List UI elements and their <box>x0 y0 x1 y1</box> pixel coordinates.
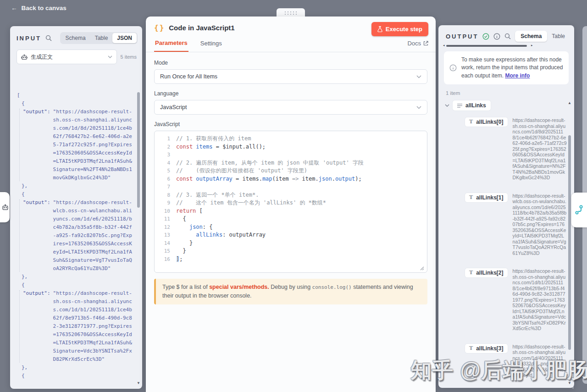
scroll-down-icon[interactable]: ▼ <box>568 381 571 385</box>
code-text: } <box>176 247 186 255</box>
code-line[interactable]: 14 } <box>155 239 427 248</box>
code-line[interactable]: 13 allLinks: outputArray <box>155 231 427 239</box>
schema-field-pill[interactable]: TallLinks[2] <box>465 268 508 277</box>
search-icon[interactable] <box>45 35 52 41</box>
docs-link[interactable]: Docs <box>407 40 428 52</box>
code-text: json: { <box>176 223 213 232</box>
code-line[interactable]: 5// (假设你的图片链接都在 'output' 字段里) <box>155 167 427 175</box>
output-tab-schema[interactable]: Schema <box>515 31 547 42</box>
input-tab-json[interactable]: JSON <box>112 33 137 43</box>
code-token: (item <box>272 176 292 182</box>
search-icon[interactable] <box>504 33 511 39</box>
code-token: // 1. 获取所有传入的 item <box>176 135 251 142</box>
input-source-select[interactable]: 生成正文 <box>17 50 117 64</box>
schema-entry-row: TallLinks[3]https://dashscope-result-sh.… <box>465 344 574 378</box>
input-source-row: 生成正文 5 items <box>10 49 142 64</box>
json-key-value[interactable]: "output":"https://dashscope-result-wlcb.… <box>23 199 134 273</box>
output-tab-table[interactable]: Table <box>547 31 570 42</box>
code-line[interactable]: 4// 2. 遍历所有 item, 从每个 item 的 json 中提取 'o… <box>155 159 427 167</box>
code-line[interactable]: 3 <box>155 151 427 159</box>
code-editor[interactable]: 1// 1. 获取所有传入的 item2const items = $input… <box>154 131 427 273</box>
mode-select[interactable]: Run Once for All Items <box>154 69 427 84</box>
code-text: const items = $input.all(); <box>176 143 266 151</box>
code-token: // 这个 item 包含一个名为 'allLinks' 的 *数组* <box>176 199 326 206</box>
code-line[interactable]: 6const outputArray = items.map(item => i… <box>155 175 427 183</box>
input-items-count: 5 items <box>121 54 137 60</box>
code-line[interactable]: 1// 1. 获取所有传入的 item <box>155 135 427 143</box>
schema-field-pill[interactable]: TallLinks[0] <box>465 117 508 127</box>
json-key: "output": <box>23 289 50 298</box>
node-parameters-body: Mode Run Once for All Items Language Jav… <box>146 52 436 304</box>
schema-root-row[interactable]: allLinks <box>445 100 574 110</box>
schema-field-pill[interactable]: TallLinks[3] <box>465 344 508 353</box>
language-select[interactable]: JavaScript <box>154 100 427 115</box>
flask-icon <box>377 26 382 32</box>
line-number: 10 <box>155 207 176 215</box>
input-tab-table[interactable]: Table <box>90 33 113 43</box>
schema-entry-row: TallLinks[2]https://dashscope-result-sh.… <box>465 268 574 331</box>
editor-resize-icon[interactable] <box>420 266 424 271</box>
input-json-view: [{"output":"https://dashscope-result-sh.… <box>17 91 134 386</box>
line-number: 12 <box>155 223 176 232</box>
line-number: 8 <box>155 191 176 199</box>
json-value: "https://dashscope-result-sh.oss-cn-shan… <box>53 108 134 182</box>
input-tab-schema[interactable]: Schema <box>61 33 90 43</box>
line-number: 3 <box>155 151 176 159</box>
code-text: const outputArray = items.map(item => it… <box>176 175 362 183</box>
output-hscroll-thumb[interactable] <box>446 45 527 47</box>
code-line[interactable]: 10return [ <box>155 207 427 215</box>
input-panel-title: INPUT <box>17 35 41 42</box>
hint-code: console.log() <box>312 284 352 290</box>
code-token: = $input.all(); <box>212 144 266 150</box>
code-line[interactable]: 7 <box>155 183 427 191</box>
code-token <box>176 232 196 238</box>
json-object-open: { <box>22 281 134 289</box>
scroll-up-icon[interactable]: ▲ <box>568 101 571 105</box>
execute-step-button[interactable]: Execute step <box>371 22 428 36</box>
input-scrollbar[interactable] <box>137 92 140 379</box>
chevron-down-icon[interactable] <box>445 104 449 107</box>
code-line[interactable]: 15 } <box>155 247 427 255</box>
scroll-left-icon[interactable]: ◂ <box>443 44 445 47</box>
docs-label: Docs <box>407 40 421 47</box>
code-line[interactable]: 16]; <box>155 255 427 264</box>
scroll-down-icon[interactable]: ▼ <box>137 381 140 385</box>
input-scrollbar-thumb[interactable] <box>137 92 140 208</box>
json-key: "output": <box>23 199 50 207</box>
schema-entry-row: TallLinks[1]https://dashscope-result-wlc… <box>465 193 574 256</box>
code-token: outputArray <box>196 176 232 182</box>
json-key-value[interactable]: "output":"https://dashscope-result-sh.os… <box>23 289 134 364</box>
code-line[interactable]: 2const items = $input.all(); <box>155 143 427 151</box>
robot-icon <box>21 54 28 60</box>
code-line[interactable]: 9// 这个 item 包含一个名为 'allLinks' 的 *数组* <box>155 199 427 207</box>
language-label: Language <box>154 90 427 97</box>
external-link-icon <box>423 41 428 46</box>
hint-text: Type $ for a list of <box>162 284 209 290</box>
code-line[interactable]: 8// 3. 返回一个 *单个 item*. <box>155 191 427 199</box>
code-line[interactable]: 12 json: { <box>155 223 427 232</box>
json-key-value[interactable]: "output":"https://dashscope-result-sh.os… <box>23 108 134 182</box>
code-token: json <box>189 224 203 230</box>
schema-root-pill[interactable]: allLinks <box>453 100 491 110</box>
tab-parameters[interactable]: Parameters <box>154 39 188 52</box>
input-node-tab[interactable] <box>0 192 10 222</box>
code-text <box>176 151 179 159</box>
output-horizontal-scrollbar[interactable]: ◂ ▸ <box>443 44 568 48</box>
back-to-canvas-button[interactable]: ← Back to canvas <box>11 5 66 11</box>
output-schema-tree: allLinks TallLinks[0]https://dashscope-r… <box>445 100 574 378</box>
info-circle-icon[interactable] <box>493 33 500 40</box>
schema-field-pill[interactable]: TallLinks[1] <box>465 193 508 202</box>
code-token: // 3. 返回一个 *单个 item*. <box>176 192 259 198</box>
output-scrollbar[interactable] <box>568 107 571 381</box>
more-info-link[interactable]: More info <box>505 72 530 79</box>
output-scrollbar-thumb[interactable] <box>568 135 571 350</box>
tab-settings[interactable]: Settings <box>200 40 222 52</box>
scroll-right-icon[interactable]: ▸ <box>531 44 533 47</box>
code-line[interactable]: 11 { <box>155 215 427 223</box>
schema-field-value: https://dashscope-result-sh.oss-cn-shang… <box>513 344 567 378</box>
schema-field-label: allLinks[3] <box>476 345 503 352</box>
code-token: // (假设你的图片链接都在 'output' 字段里) <box>176 167 307 174</box>
ndv-drag-handle[interactable] <box>277 8 305 17</box>
special-vars-link[interactable]: special vars/methods. <box>209 284 269 290</box>
node-connections-tab[interactable] <box>571 193 587 227</box>
